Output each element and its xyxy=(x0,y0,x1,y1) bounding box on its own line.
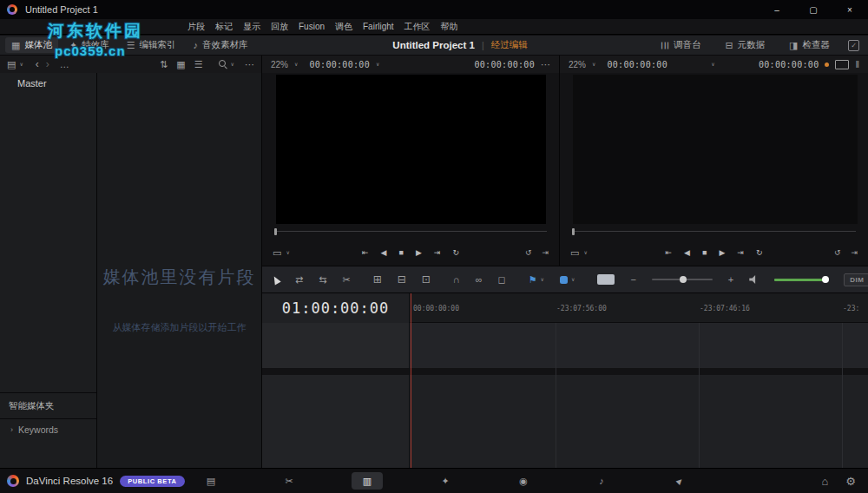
bin-master[interactable]: Master xyxy=(0,73,96,89)
loop-button[interactable]: ↻ xyxy=(452,249,459,257)
keywords-row[interactable]: › Keywords xyxy=(0,419,96,435)
menu-mark[interactable]: 标记 xyxy=(215,21,233,33)
source-jog-marker[interactable] xyxy=(274,228,277,235)
loop-playback-icon[interactable]: ↺ xyxy=(834,249,841,257)
trim-edit-tool-button[interactable]: ⇄ xyxy=(295,275,303,285)
project-manager-home-icon[interactable]: ⌂ xyxy=(821,476,828,487)
source-timecode-chevron-icon[interactable]: ∨ xyxy=(376,62,379,67)
media-pool-panel[interactable]: 媒体池里没有片段 从媒体存储添加片段以开始工作 xyxy=(97,73,262,469)
source-zoom-chevron-icon[interactable]: ∨ xyxy=(294,62,298,67)
timeline-timecode-right[interactable]: 00:00:00:00 xyxy=(759,60,819,69)
menu-view[interactable]: 显示 xyxy=(243,21,260,33)
source-zoom-value[interactable]: 22% xyxy=(271,60,288,69)
smart-bins-header[interactable]: 智能媒体夹 xyxy=(0,393,96,419)
replace-clip-button[interactable]: ⊡ xyxy=(422,274,431,285)
menu-help[interactable]: 帮助 xyxy=(441,21,458,33)
page-media[interactable]: ▤ xyxy=(195,472,227,490)
razor-tool-button[interactable]: ✂ xyxy=(342,275,350,285)
audio-track-header[interactable] xyxy=(262,375,410,469)
timeline-zoom-chevron-icon[interactable]: ∨ xyxy=(592,62,595,67)
timeline-zoom-value[interactable]: 22% xyxy=(569,60,586,69)
timeline-name-chevron-icon[interactable]: ∨ xyxy=(711,62,714,67)
loop-button[interactable]: ↻ xyxy=(756,249,763,257)
zoom-slider[interactable] xyxy=(652,279,713,280)
play-button[interactable]: ▶ xyxy=(416,249,422,257)
menu-fairlight[interactable]: Fairlight xyxy=(363,22,394,31)
source-timecode-right[interactable]: 00:00:00:00 xyxy=(474,60,535,69)
snapping-button[interactable]: ∩ xyxy=(453,275,460,285)
page-color[interactable]: ◉ xyxy=(508,472,539,490)
chevron-down-icon[interactable]: ∨ xyxy=(19,62,23,67)
zoom-in-button[interactable]: + xyxy=(728,275,733,285)
go-to-end-button[interactable]: ⇥ xyxy=(737,249,744,257)
audio-level-thumb[interactable] xyxy=(822,276,829,283)
page-deliver[interactable]: ▲ xyxy=(664,472,695,490)
timeline-jog-marker[interactable] xyxy=(572,228,575,235)
display-mode-icon[interactable] xyxy=(835,60,849,69)
linked-selection-button[interactable]: ∞ xyxy=(476,275,483,285)
flag-button[interactable]: ⚑ ∨ xyxy=(529,274,544,286)
video-track-header[interactable] xyxy=(262,323,410,368)
go-to-end-button[interactable]: ⇥ xyxy=(434,249,441,257)
close-button[interactable]: × xyxy=(832,0,868,19)
timeline-jog-bar[interactable] xyxy=(572,231,856,239)
video-track-lane[interactable] xyxy=(410,323,868,368)
speaker-icon[interactable] xyxy=(749,275,759,284)
path-ellipsis[interactable]: … xyxy=(60,60,69,69)
source-viewer-screen[interactable] xyxy=(276,75,546,224)
project-status[interactable]: 经过编辑 xyxy=(491,39,528,51)
list-view-icon[interactable]: ☰ xyxy=(194,60,203,69)
stop-button[interactable]: ■ xyxy=(702,249,707,257)
search-chevron-icon[interactable]: ∨ xyxy=(231,62,234,67)
bin-panel-icon[interactable]: ▤ xyxy=(7,60,16,69)
timeline-ruler[interactable]: 00:00:00:00 -23:07:56:00 -23:07:46:16 -2… xyxy=(410,293,868,323)
search-icon[interactable] xyxy=(219,60,227,69)
timeline-timecode-box[interactable]: 01:00:00:00 xyxy=(262,293,410,323)
step-back-button[interactable]: ◀ xyxy=(381,249,387,257)
position-lock-button[interactable]: ◻ xyxy=(498,275,506,285)
timeline-viewer-screen[interactable] xyxy=(573,75,858,224)
menu-playback[interactable]: 回放 xyxy=(271,21,288,33)
audio-track-lane[interactable] xyxy=(410,375,868,469)
maximize-button[interactable]: ▢ xyxy=(795,0,832,19)
sort-icon[interactable]: ⇅ xyxy=(160,60,168,69)
menu-workspace[interactable]: 工作区 xyxy=(404,21,431,33)
marker-button[interactable]: ∨ xyxy=(560,276,575,284)
go-to-start-button[interactable]: ⇤ xyxy=(362,249,369,257)
source-jog-bar[interactable] xyxy=(274,231,547,239)
play-button[interactable]: ▶ xyxy=(719,249,725,257)
source-timecode[interactable]: 00:00:00:00 xyxy=(309,60,370,69)
source-aspect-dropdown[interactable]: ▭ ∨ xyxy=(273,248,290,258)
insert-clip-button[interactable]: ⊞ xyxy=(373,274,382,285)
viewer-panel-toggle-icon[interactable]: ‖ xyxy=(855,60,859,69)
source-options-icon[interactable]: ⋯ xyxy=(541,60,550,69)
loop-playback-icon[interactable]: ↺ xyxy=(525,249,532,257)
timeline-view-options-button[interactable] xyxy=(597,274,615,285)
selection-tool-button[interactable] xyxy=(271,274,280,285)
menu-color[interactable]: 调色 xyxy=(335,21,352,33)
timeline-aspect-dropdown[interactable]: ▭ ∨ xyxy=(570,248,588,258)
dim-button[interactable]: DIM xyxy=(844,273,868,286)
grid-view-icon[interactable]: ▦ xyxy=(176,60,185,69)
stop-button[interactable]: ■ xyxy=(399,249,404,257)
page-edit[interactable]: ▥ xyxy=(352,472,383,490)
match-frame-icon[interactable]: ⇥ xyxy=(851,249,858,257)
zoom-out-button[interactable]: − xyxy=(630,275,635,285)
media-pool-more-icon[interactable]: ⋯ xyxy=(245,60,254,69)
page-fusion[interactable]: ✦ xyxy=(430,472,461,490)
match-frame-icon[interactable]: ⇥ xyxy=(542,249,549,257)
menu-fusion[interactable]: Fusion xyxy=(299,22,325,31)
go-to-start-button[interactable]: ⇤ xyxy=(666,249,673,257)
dynamic-trim-tool-button[interactable]: ⇆ xyxy=(319,275,326,285)
timeline-timecode[interactable]: 00:00:00:00 xyxy=(607,60,667,69)
forward-button[interactable]: › xyxy=(46,59,49,69)
project-settings-gear-icon[interactable]: ⚙ xyxy=(845,476,856,487)
step-back-button[interactable]: ◀ xyxy=(684,249,690,257)
page-cut[interactable]: ✂ xyxy=(273,472,305,490)
page-fairlight[interactable]: ♪ xyxy=(586,472,617,490)
playhead-timecode[interactable]: 01:00:00:00 xyxy=(282,299,390,317)
zoom-slider-thumb[interactable] xyxy=(680,276,687,283)
overwrite-clip-button[interactable]: ⊟ xyxy=(398,274,406,285)
back-button[interactable]: ‹ xyxy=(36,59,39,69)
minimize-button[interactable]: – xyxy=(759,0,795,19)
